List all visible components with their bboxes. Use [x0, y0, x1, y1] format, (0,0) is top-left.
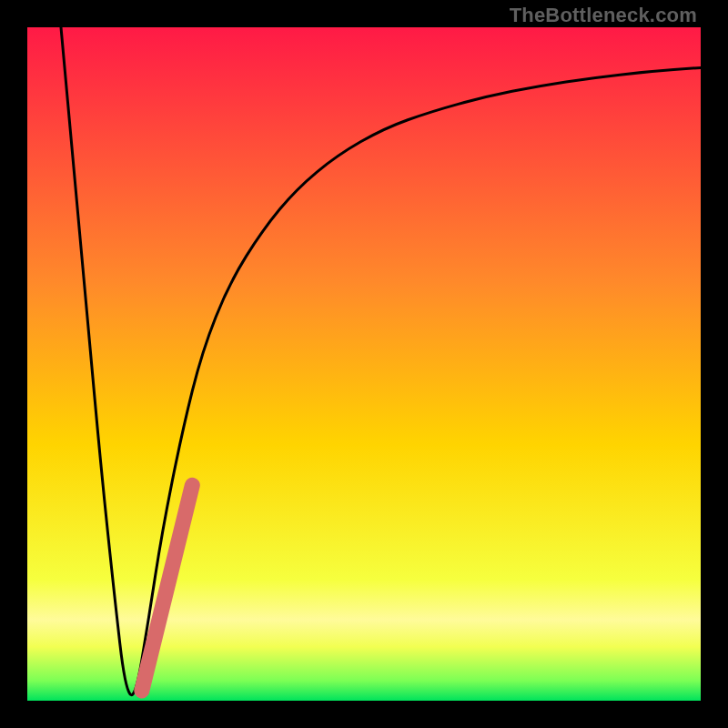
gradient-background: [27, 27, 701, 701]
plot-area: [27, 27, 701, 701]
chart-svg: [27, 27, 701, 701]
watermark-text: TheBottleneck.com: [510, 4, 697, 27]
chart-frame: TheBottleneck.com: [0, 0, 728, 728]
